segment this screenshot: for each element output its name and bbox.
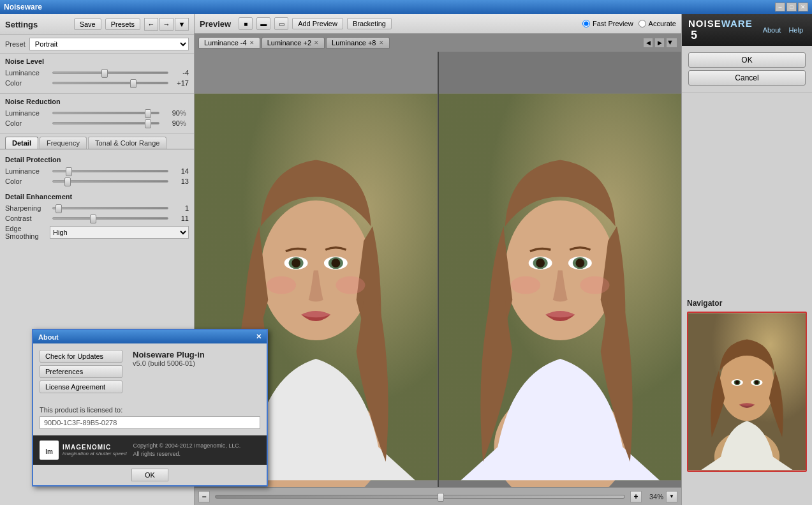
svg-point-21 bbox=[575, 259, 584, 268]
dialog-ok-button[interactable]: OK bbox=[131, 469, 168, 481]
noise-color-label: Color bbox=[5, 79, 50, 87]
help-button[interactable]: Help bbox=[786, 25, 806, 35]
preset-select[interactable]: Portrait Landscape People bbox=[29, 38, 189, 50]
fast-preview-radio[interactable] bbox=[582, 20, 590, 27]
preferences-button[interactable]: Preferences bbox=[40, 365, 122, 378]
close-button[interactable]: ✕ bbox=[798, 3, 808, 11]
fast-preview-option: Fast Preview bbox=[582, 20, 633, 27]
bracket-tab-2-close[interactable]: ✕ bbox=[379, 40, 384, 46]
svg-text:Im: Im bbox=[45, 448, 53, 455]
svg-point-11 bbox=[336, 276, 365, 294]
dual-view-button[interactable]: ▭ bbox=[274, 17, 288, 30]
save-button[interactable]: Save bbox=[74, 19, 101, 30]
noise-level-section: Noise Level Luminance -4 Color +17 bbox=[0, 54, 194, 94]
minimize-button[interactable]: – bbox=[775, 3, 785, 11]
dialog-close-icon[interactable]: ✕ bbox=[256, 333, 262, 341]
bracket-tab-0[interactable]: Luminance -4 ✕ bbox=[198, 37, 260, 49]
noise-color-slider[interactable] bbox=[52, 82, 168, 84]
bracket-tab-1-label: Luminance +2 bbox=[267, 39, 311, 47]
sharpening-slider[interactable] bbox=[52, 207, 168, 209]
sharpening-value: 1 bbox=[171, 204, 189, 212]
navigator-title: Navigator bbox=[687, 299, 807, 308]
logo-version: 5 bbox=[691, 29, 697, 41]
noise-color-value: +17 bbox=[171, 79, 189, 87]
maximize-button[interactable]: □ bbox=[786, 3, 797, 11]
about-dialog: About ✕ Check for Updates Preferences Li… bbox=[32, 329, 268, 486]
preview-top-area bbox=[195, 52, 681, 87]
preview-bottom-bar: − + 34% ▼ bbox=[195, 487, 681, 505]
dialog-title-bar: About ✕ bbox=[33, 330, 267, 343]
dialog-title: About bbox=[38, 333, 59, 341]
ok-button[interactable]: OK bbox=[688, 52, 806, 68]
accurate-radio[interactable] bbox=[639, 20, 646, 27]
reduction-luminance-slider[interactable] bbox=[52, 112, 159, 114]
imagenomic-text: IMAGENOMIC imagination at shutter speed bbox=[63, 444, 127, 456]
navigator-thumbnail bbox=[687, 312, 807, 472]
svg-point-22 bbox=[510, 276, 540, 294]
undo-button[interactable]: ← bbox=[144, 18, 158, 31]
zoom-dropdown-button[interactable]: ▼ bbox=[666, 491, 677, 502]
version-text: v5.0 (build 5006-01) bbox=[133, 359, 260, 367]
license-agreement-button[interactable]: License Agreement bbox=[40, 381, 122, 393]
bracket-tab-0-label: Luminance -4 bbox=[204, 39, 247, 47]
noise-luminance-label: Luminance bbox=[5, 69, 50, 77]
add-preview-button[interactable]: Add Preview bbox=[292, 18, 343, 29]
tab-frequency[interactable]: Frequency bbox=[40, 137, 87, 149]
presets-button[interactable]: Presets bbox=[105, 19, 140, 30]
noiseware-nav: About Help bbox=[760, 25, 806, 35]
detail-luminance-slider[interactable] bbox=[52, 170, 168, 172]
accurate-option: Accurate bbox=[639, 20, 676, 27]
tab-tonal[interactable]: Tonal & Color Range bbox=[88, 137, 167, 149]
licensed-text: This product is licensed to: bbox=[40, 406, 260, 414]
bracket-tab-2[interactable]: Luminance +8 ✕ bbox=[326, 37, 389, 49]
noise-reduction-title: Noise Reduction bbox=[5, 98, 189, 105]
contrast-slider[interactable] bbox=[52, 217, 168, 220]
sharpening-row: Sharpening 1 bbox=[5, 204, 189, 212]
zoom-in-button[interactable]: + bbox=[630, 491, 642, 502]
window-controls: – □ ✕ bbox=[775, 3, 808, 11]
redo-button[interactable]: → bbox=[159, 18, 173, 31]
edge-smoothing-row: Edge Smoothing High Medium Low bbox=[5, 225, 189, 240]
right-portrait-svg bbox=[439, 87, 682, 487]
bracket-tab-0-close[interactable]: ✕ bbox=[249, 40, 255, 46]
bracket-menu-button[interactable]: ▼ bbox=[666, 38, 677, 48]
bracket-tab-1-close[interactable]: ✕ bbox=[314, 40, 319, 46]
zoom-out-button[interactable]: − bbox=[198, 491, 210, 502]
right-spacer bbox=[682, 93, 812, 294]
edge-smoothing-select[interactable]: High Medium Low bbox=[50, 226, 189, 239]
split-view-button[interactable]: ▬ bbox=[256, 17, 270, 30]
about-button[interactable]: About bbox=[760, 25, 784, 35]
dialog-body: Check for Updates Preferences License Ag… bbox=[33, 343, 267, 435]
settings-title: Settings bbox=[5, 20, 70, 29]
detail-color-slider[interactable] bbox=[52, 180, 168, 183]
noise-luminance-row: Luminance -4 bbox=[5, 69, 189, 77]
dialog-buttons: Check for Updates Preferences License Ag… bbox=[40, 350, 122, 393]
product-id: 90D0-1C3F-89B5-0278 bbox=[40, 416, 260, 429]
fast-preview-label: Fast Preview bbox=[593, 20, 633, 27]
tab-content: Detail Protection Luminance 14 Color 13 bbox=[0, 149, 194, 249]
bracket-prev-button[interactable]: ◀ bbox=[643, 38, 653, 48]
detail-protection-title: Detail Protection bbox=[5, 156, 189, 163]
reduction-color-slider[interactable] bbox=[52, 122, 159, 124]
logo-noise: NOISE bbox=[688, 18, 721, 29]
imagenomic-tagline: imagination at shutter speed bbox=[63, 451, 127, 456]
preset-options-button[interactable]: ▼ bbox=[175, 18, 189, 31]
app-title: Noiseware bbox=[4, 3, 42, 11]
contrast-label: Contrast bbox=[5, 215, 50, 222]
single-view-button[interactable]: ■ bbox=[239, 17, 253, 30]
noise-luminance-value: -4 bbox=[171, 69, 189, 77]
ok-cancel-area: OK Cancel bbox=[682, 46, 812, 93]
zoom-slider[interactable] bbox=[215, 495, 625, 499]
noise-luminance-slider[interactable] bbox=[52, 72, 168, 74]
bracket-next-button[interactable]: ▶ bbox=[654, 38, 665, 48]
bracketing-button[interactable]: Bracketing bbox=[347, 18, 392, 29]
preview-left-top bbox=[195, 52, 439, 87]
preview-title: Preview bbox=[200, 19, 231, 29]
svg-point-6 bbox=[292, 259, 300, 268]
cancel-button[interactable]: Cancel bbox=[688, 70, 806, 86]
check-updates-button[interactable]: Check for Updates bbox=[40, 350, 122, 363]
bracket-tab-1[interactable]: Luminance +2 ✕ bbox=[262, 37, 325, 49]
reduction-luminance-label: Luminance bbox=[5, 109, 50, 117]
tab-detail[interactable]: Detail bbox=[5, 137, 38, 149]
dialog-content: Check for Updates Preferences License Ag… bbox=[40, 350, 260, 400]
